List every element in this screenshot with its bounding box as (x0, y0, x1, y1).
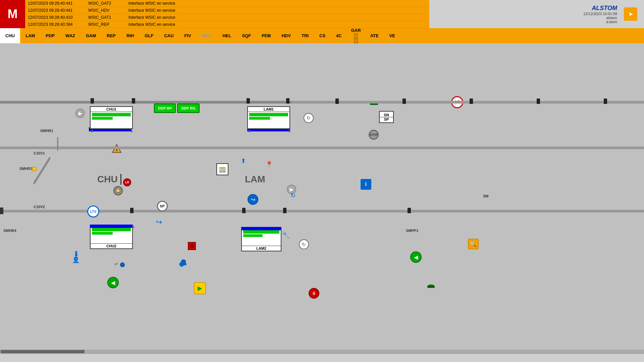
stop-button[interactable]: STOP (369, 130, 379, 140)
nav-item-gam[interactable]: GAM (80, 28, 101, 43)
sp-label: SP (384, 117, 389, 121)
marker-1 (91, 98, 94, 104)
ltv-badge[interactable]: LTV (87, 205, 99, 218)
red-stop-icon[interactable] (188, 242, 196, 250)
nav-item-ve[interactable]: VE (384, 28, 400, 43)
red-hat-icon[interactable]: 📍 (265, 161, 273, 169)
horizontal-scrollbar[interactable] (0, 350, 644, 354)
log-row-3: 12/07/2023 09:28:40:410 WSIC_GAT1 Interf… (25, 14, 454, 21)
lam1-title: LAM1 (248, 107, 289, 112)
nav-item-ate[interactable]: ATE (365, 28, 384, 43)
green-hat-lower-right (427, 284, 435, 293)
blue-arrow-circle[interactable]: ↪ (248, 194, 258, 205)
mp-badge[interactable]: MP (157, 201, 168, 212)
nav-item-hdv[interactable]: HDV (276, 28, 296, 43)
gar-sub-g2[interactable]: G2 (354, 37, 358, 40)
scrollbar-thumb[interactable] (1, 350, 85, 353)
svg-rect-6 (427, 286, 435, 288)
lr-badge[interactable]: LR (123, 178, 131, 186)
green-arrow-right-circle[interactable]: ◀ (410, 251, 422, 263)
chu1-title: CHU1 (91, 107, 132, 112)
lam-big-label: LAM (245, 174, 265, 185)
diagram: SMHR1 ! ▶ CHU1 ▲ ▲ DDP RP DDP RG LAM1 ▲ … (0, 43, 644, 362)
user-sub: a:stom (583, 20, 617, 24)
nav-item-rih[interactable]: RIH (121, 28, 139, 43)
c10v2-marker-3 (283, 208, 286, 213)
snsp-box[interactable]: SN SP (379, 111, 394, 123)
lam1-green-bar (249, 113, 288, 116)
lam2-refresh-btn[interactable]: ↻ (299, 239, 309, 249)
nav-item-glf[interactable]: GLF (139, 28, 159, 43)
marker-upper-right-4 (537, 99, 540, 104)
mp-arrow-icon[interactable]: ↪ (156, 218, 162, 227)
lam2-platform-blue (241, 227, 281, 230)
chu1-play-btn[interactable]: ▶ (75, 109, 85, 118)
gar-sub-g1[interactable]: G1 (354, 33, 358, 37)
hook-icon: ⌐ (115, 260, 118, 267)
nav-item-rep[interactable]: REP (101, 28, 121, 43)
marker-2 (132, 98, 135, 104)
ddp-buttons: DDP RP DDP RG (154, 104, 200, 113)
lam1-marker-right: ▲ (287, 128, 292, 133)
chu1-marker-right: ▲ (129, 128, 134, 133)
person-icon: 👤 (72, 256, 79, 263)
track-upper-right (292, 101, 644, 104)
nav-item-mar[interactable]: MAR (197, 28, 217, 43)
yellow-hat-icon[interactable]: 🔧 (282, 231, 290, 239)
info-box[interactable]: i (361, 179, 371, 190)
marker-3 (247, 98, 250, 104)
key-icon[interactable]: 🔍 (468, 239, 479, 249)
lam2-green-bar (243, 230, 279, 234)
nav-item-pdb[interactable]: PDB (256, 28, 276, 43)
nav-item-lam[interactable]: LAM (20, 28, 40, 43)
lam1-box: LAM1 (247, 106, 290, 129)
alstom-icon-button[interactable]: ➤ (624, 7, 637, 21)
nav-item-cs[interactable]: CS (314, 28, 331, 43)
smhr1-label: SMHR1 (40, 129, 53, 133)
lam2-green-bar-small (243, 234, 263, 237)
green-arrow-left-circle[interactable]: ◀ (107, 277, 119, 288)
train-icon[interactable]: 🚃 (216, 163, 228, 175)
person-arrow-icon[interactable]: ⬆ (241, 157, 246, 165)
sm-label: SM (483, 194, 489, 198)
chu2-green-bar (92, 228, 131, 231)
nav-item-fiv[interactable]: FIV (179, 28, 197, 43)
lam1-green-bar-small (249, 117, 270, 120)
chu2-platform-blue (90, 225, 133, 228)
log-panel: 12/07/2023 09:28:40:441 WSIC_GAT2 Interf… (25, 0, 454, 28)
nav-item-pdp[interactable]: PDP (40, 28, 60, 43)
nav-item-tri[interactable]: TRI (296, 28, 314, 43)
lam1-refresh-btn[interactable]: ↻ (304, 113, 314, 123)
log-time-4: 12/07/2023 09:28:40:394 (28, 22, 88, 27)
log-row-2: 12/07/2023 09:28:40:441 WSIC_HDV Interfa… (25, 7, 454, 14)
speaker-icon[interactable]: 🔔 (113, 186, 123, 195)
chu2-green-bar-small (92, 232, 113, 235)
chu2-title: CHU2 (91, 243, 132, 248)
log-row-1: 12/07/2023 09:28:40:441 WSIC_GAT2 Interf… (25, 0, 454, 7)
chu1-marker-left: ▲ (90, 128, 95, 133)
nav-item-gar[interactable]: GAR (348, 28, 364, 33)
log-msg-2: Interface WSIC en service (128, 8, 175, 13)
username: alstom (583, 16, 617, 20)
vert-line-left (57, 137, 58, 150)
datetime: 12/12/2023 10:01:58 (583, 12, 617, 16)
lam-refresh-small[interactable]: ↻ (290, 192, 296, 199)
hook-dot (120, 262, 125, 267)
c10v2-marker-4 (408, 208, 411, 213)
pause-circle[interactable]: ⏸ (309, 288, 319, 299)
play-yellow-btn[interactable]: ▶ (194, 282, 206, 294)
marker-upper-right-3 (470, 99, 473, 104)
warning-icon[interactable]: ! (112, 144, 122, 155)
nav-item-hel[interactable]: HEL (217, 28, 236, 43)
nav-item-chu[interactable]: CHU (0, 28, 20, 43)
smhr3-label: SMHR3 (19, 167, 33, 171)
nav-item-cau[interactable]: CAU (159, 28, 179, 43)
marker-upper-right-2 (402, 99, 406, 104)
ddp-rp-btn[interactable]: DDP RP (154, 104, 176, 113)
nav-item-4c[interactable]: 4C (331, 28, 347, 43)
smpp1-label: SMPP1 (406, 229, 418, 233)
nav-item-waz[interactable]: WAZ (60, 28, 80, 43)
ddp-rg-btn[interactable]: DDP RG (177, 104, 200, 113)
nav-item-sqf[interactable]: SQF (236, 28, 256, 43)
log-time-1: 12/07/2023 09:28:40:441 (28, 1, 88, 6)
